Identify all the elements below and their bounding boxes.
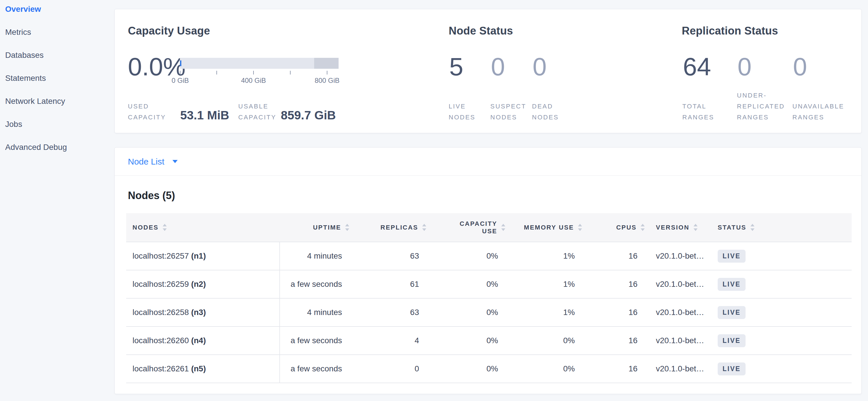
sort-icon	[345, 224, 350, 231]
node-address-link[interactable]: localhost:26261	[132, 364, 189, 373]
sidebar-nav: Overview Metrics Databases Statements Ne…	[5, 0, 67, 159]
capacity-use-cell: 0%	[429, 270, 508, 298]
capacity-bar-used-marker	[180, 60, 181, 66]
memory-use-cell: 1%	[508, 242, 585, 270]
replicas-cell: 0	[352, 355, 429, 383]
axis-label-0gib: 0 GiB	[172, 77, 189, 85]
column-header-status[interactable]: Status	[709, 213, 851, 242]
cpus-cell: 16	[585, 326, 647, 355]
version-cell: v20.1.0-bet…	[647, 355, 709, 383]
version-cell: v20.1.0-bet…	[647, 242, 709, 270]
cpus-cell: 16	[585, 270, 647, 298]
sort-icon	[162, 224, 167, 231]
sidebar-item-network-latency[interactable]: Network Latency	[5, 90, 67, 113]
under-replicated-ranges-count: 0	[738, 54, 752, 79]
unavailable-ranges-count: 0	[793, 54, 807, 79]
capacity-bar-chart	[180, 58, 339, 69]
node-list-card: Node List Nodes (5) Nodes Uptime Replica…	[114, 147, 862, 394]
replicas-cell: 63	[352, 242, 429, 270]
status-cell: LIVE	[709, 242, 851, 270]
sidebar: Overview Metrics Databases Statements Ne…	[0, 0, 114, 401]
sort-icon	[578, 224, 583, 231]
column-header-cpus[interactable]: CPUs	[585, 213, 647, 242]
cluster-summary-card: Capacity Usage 0.0% 0 GiB 400 GiB 800 Gi…	[114, 9, 862, 133]
usable-capacity-label: USABLE CAPACITY	[238, 101, 276, 123]
sidebar-item-jobs[interactable]: Jobs	[5, 113, 67, 136]
uptime-cell: a few seconds	[280, 270, 352, 298]
node-list-dropdown-label: Node List	[128, 157, 164, 167]
sort-icon	[750, 224, 755, 231]
version-cell: v20.1.0-bet…	[647, 270, 709, 298]
sidebar-item-databases[interactable]: Databases	[5, 44, 67, 67]
dead-nodes-count: 0	[533, 54, 547, 79]
uptime-cell: 4 minutes	[280, 298, 352, 326]
chevron-down-icon	[172, 160, 178, 164]
memory-use-cell: 0%	[508, 326, 585, 355]
node-address-cell: localhost:26259 (n2)	[126, 270, 280, 298]
capacity-axis-ticks	[180, 71, 339, 75]
status-badge: LIVE	[718, 363, 746, 375]
sidebar-item-metrics[interactable]: Metrics	[5, 21, 67, 44]
dead-nodes-label: DEAD NODES	[532, 101, 559, 123]
version-cell: v20.1.0-bet…	[647, 326, 709, 355]
node-address-link[interactable]: localhost:26257	[132, 251, 189, 260]
memory-use-cell: 1%	[508, 270, 585, 298]
node-address-link[interactable]: localhost:26259	[132, 280, 189, 289]
node-address-cell: localhost:26258 (n3)	[126, 298, 280, 326]
node-address-link[interactable]: localhost:26260	[132, 336, 189, 345]
version-cell: v20.1.0-bet…	[647, 298, 709, 326]
table-row-node-5[interactable]: localhost:26261 (n5) a few seconds 0 0% …	[126, 355, 851, 383]
table-row-node-2[interactable]: localhost:26259 (n2) a few seconds 61 0%…	[126, 270, 851, 298]
column-header-nodes[interactable]: Nodes	[126, 213, 280, 242]
sidebar-item-advanced-debug[interactable]: Advanced Debug	[5, 136, 67, 159]
node-address-link[interactable]: localhost:26258	[132, 308, 189, 317]
status-badge: LIVE	[718, 278, 746, 291]
capacity-use-cell: 0%	[429, 298, 508, 326]
capacity-bar-secondary-segment	[314, 58, 339, 69]
table-row-node-4[interactable]: localhost:26260 (n4) a few seconds 4 0% …	[126, 326, 851, 355]
table-row-node-3[interactable]: localhost:26258 (n3) 4 minutes 63 0% 1% …	[126, 298, 851, 326]
nodes-table-header-row: Nodes Uptime Replicas Capacity Use Memor…	[126, 213, 851, 242]
cpus-cell: 16	[585, 242, 647, 270]
status-cell: LIVE	[709, 298, 851, 326]
status-badge: LIVE	[718, 334, 746, 347]
status-cell: LIVE	[709, 355, 851, 383]
used-capacity-label: USED CAPACITY	[128, 101, 166, 123]
uptime-cell: a few seconds	[280, 326, 352, 355]
uptime-cell: a few seconds	[280, 355, 352, 383]
capacity-use-cell: 0%	[429, 326, 508, 355]
capacity-used-percent: 0.0%	[128, 54, 186, 79]
node-list-dropdown[interactable]: Node List	[115, 148, 861, 176]
status-cell: LIVE	[709, 326, 851, 355]
uptime-cell: 4 minutes	[280, 242, 352, 270]
replication-status-title: Replication Status	[682, 25, 778, 37]
sidebar-item-statements[interactable]: Statements	[5, 67, 67, 90]
suspect-nodes-count: 0	[491, 54, 505, 79]
column-header-version[interactable]: Version	[647, 213, 709, 242]
live-nodes-label: LIVE NODES	[449, 101, 475, 123]
sidebar-item-overview[interactable]: Overview	[5, 0, 67, 21]
column-header-memory-use[interactable]: Memory Use	[508, 213, 585, 242]
total-ranges-count: 64	[683, 54, 711, 79]
live-nodes-count: 5	[449, 54, 463, 79]
cpus-cell: 16	[585, 298, 647, 326]
sort-icon	[693, 224, 698, 231]
memory-use-cell: 1%	[508, 298, 585, 326]
nodes-table: Nodes Uptime Replicas Capacity Use Memor…	[126, 213, 851, 383]
node-address-cell: localhost:26261 (n5)	[126, 355, 280, 383]
sort-icon	[640, 224, 645, 231]
suspect-nodes-label: SUSPECT NODES	[490, 101, 526, 123]
column-header-replicas[interactable]: Replicas	[352, 213, 429, 242]
capacity-use-cell: 0%	[429, 242, 508, 270]
sort-icon	[422, 224, 427, 231]
used-capacity-value: 53.1 MiB	[180, 109, 229, 122]
table-row-node-1[interactable]: localhost:26257 (n1) 4 minutes 63 0% 1% …	[126, 242, 851, 270]
status-badge: LIVE	[718, 250, 746, 263]
unavailable-ranges-label: UNAVAILABLE RANGES	[793, 101, 844, 123]
node-address-cell: localhost:26257 (n1)	[126, 242, 280, 270]
replicas-cell: 61	[352, 270, 429, 298]
column-header-capacity-use[interactable]: Capacity Use	[429, 213, 508, 242]
column-header-uptime[interactable]: Uptime	[280, 213, 352, 242]
total-ranges-label: TOTAL RANGES	[682, 101, 714, 123]
usable-capacity-value: 859.7 GiB	[281, 109, 336, 122]
